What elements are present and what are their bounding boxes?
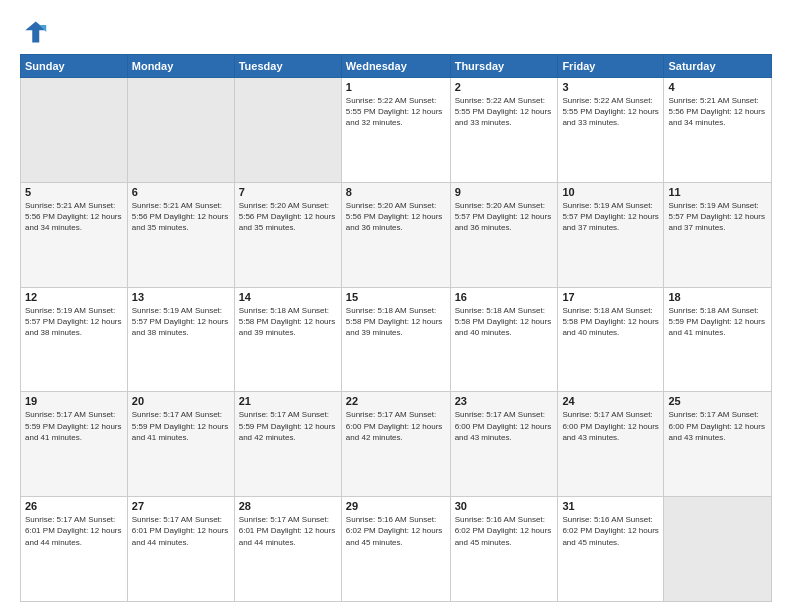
logo-icon — [20, 18, 48, 46]
cell-info: Sunrise: 5:16 AM Sunset: 6:02 PM Dayligh… — [346, 514, 446, 548]
day-number: 14 — [239, 291, 337, 303]
day-number: 19 — [25, 395, 123, 407]
day-number: 26 — [25, 500, 123, 512]
calendar-cell — [21, 78, 128, 183]
weekday-header: Tuesday — [234, 55, 341, 78]
cell-info: Sunrise: 5:17 AM Sunset: 6:01 PM Dayligh… — [25, 514, 123, 548]
weekday-header: Wednesday — [341, 55, 450, 78]
day-number: 6 — [132, 186, 230, 198]
calendar-cell — [234, 78, 341, 183]
cell-info: Sunrise: 5:18 AM Sunset: 5:59 PM Dayligh… — [668, 305, 767, 339]
calendar-cell: 2Sunrise: 5:22 AM Sunset: 5:55 PM Daylig… — [450, 78, 558, 183]
header — [20, 18, 772, 46]
page: SundayMondayTuesdayWednesdayThursdayFrid… — [0, 0, 792, 612]
cell-info: Sunrise: 5:18 AM Sunset: 5:58 PM Dayligh… — [562, 305, 659, 339]
calendar-cell: 3Sunrise: 5:22 AM Sunset: 5:55 PM Daylig… — [558, 78, 664, 183]
calendar-cell: 4Sunrise: 5:21 AM Sunset: 5:56 PM Daylig… — [664, 78, 772, 183]
calendar-cell: 29Sunrise: 5:16 AM Sunset: 6:02 PM Dayli… — [341, 497, 450, 602]
cell-info: Sunrise: 5:21 AM Sunset: 5:56 PM Dayligh… — [25, 200, 123, 234]
day-number: 29 — [346, 500, 446, 512]
day-number: 24 — [562, 395, 659, 407]
day-number: 21 — [239, 395, 337, 407]
day-number: 27 — [132, 500, 230, 512]
calendar-cell: 7Sunrise: 5:20 AM Sunset: 5:56 PM Daylig… — [234, 182, 341, 287]
day-number: 25 — [668, 395, 767, 407]
day-number: 30 — [455, 500, 554, 512]
cell-info: Sunrise: 5:17 AM Sunset: 5:59 PM Dayligh… — [132, 409, 230, 443]
calendar-week-row: 19Sunrise: 5:17 AM Sunset: 5:59 PM Dayli… — [21, 392, 772, 497]
cell-info: Sunrise: 5:22 AM Sunset: 5:55 PM Dayligh… — [346, 95, 446, 129]
calendar-cell: 19Sunrise: 5:17 AM Sunset: 5:59 PM Dayli… — [21, 392, 128, 497]
calendar-header-row: SundayMondayTuesdayWednesdayThursdayFrid… — [21, 55, 772, 78]
day-number: 3 — [562, 81, 659, 93]
calendar-cell: 11Sunrise: 5:19 AM Sunset: 5:57 PM Dayli… — [664, 182, 772, 287]
day-number: 20 — [132, 395, 230, 407]
calendar-cell: 25Sunrise: 5:17 AM Sunset: 6:00 PM Dayli… — [664, 392, 772, 497]
cell-info: Sunrise: 5:17 AM Sunset: 5:59 PM Dayligh… — [25, 409, 123, 443]
cell-info: Sunrise: 5:17 AM Sunset: 6:00 PM Dayligh… — [455, 409, 554, 443]
day-number: 13 — [132, 291, 230, 303]
weekday-header: Friday — [558, 55, 664, 78]
day-number: 17 — [562, 291, 659, 303]
cell-info: Sunrise: 5:16 AM Sunset: 6:02 PM Dayligh… — [455, 514, 554, 548]
cell-info: Sunrise: 5:20 AM Sunset: 5:57 PM Dayligh… — [455, 200, 554, 234]
cell-info: Sunrise: 5:17 AM Sunset: 6:00 PM Dayligh… — [562, 409, 659, 443]
calendar-cell: 14Sunrise: 5:18 AM Sunset: 5:58 PM Dayli… — [234, 287, 341, 392]
cell-info: Sunrise: 5:22 AM Sunset: 5:55 PM Dayligh… — [455, 95, 554, 129]
day-number: 5 — [25, 186, 123, 198]
cell-info: Sunrise: 5:17 AM Sunset: 5:59 PM Dayligh… — [239, 409, 337, 443]
cell-info: Sunrise: 5:18 AM Sunset: 5:58 PM Dayligh… — [346, 305, 446, 339]
day-number: 15 — [346, 291, 446, 303]
cell-info: Sunrise: 5:20 AM Sunset: 5:56 PM Dayligh… — [346, 200, 446, 234]
calendar-cell: 10Sunrise: 5:19 AM Sunset: 5:57 PM Dayli… — [558, 182, 664, 287]
weekday-header: Sunday — [21, 55, 128, 78]
cell-info: Sunrise: 5:16 AM Sunset: 6:02 PM Dayligh… — [562, 514, 659, 548]
cell-info: Sunrise: 5:17 AM Sunset: 6:01 PM Dayligh… — [239, 514, 337, 548]
calendar-cell: 30Sunrise: 5:16 AM Sunset: 6:02 PM Dayli… — [450, 497, 558, 602]
day-number: 8 — [346, 186, 446, 198]
calendar-cell: 24Sunrise: 5:17 AM Sunset: 6:00 PM Dayli… — [558, 392, 664, 497]
day-number: 7 — [239, 186, 337, 198]
calendar-cell: 1Sunrise: 5:22 AM Sunset: 5:55 PM Daylig… — [341, 78, 450, 183]
day-number: 11 — [668, 186, 767, 198]
calendar-cell — [127, 78, 234, 183]
weekday-header: Saturday — [664, 55, 772, 78]
calendar-cell: 20Sunrise: 5:17 AM Sunset: 5:59 PM Dayli… — [127, 392, 234, 497]
calendar-cell: 12Sunrise: 5:19 AM Sunset: 5:57 PM Dayli… — [21, 287, 128, 392]
cell-info: Sunrise: 5:19 AM Sunset: 5:57 PM Dayligh… — [562, 200, 659, 234]
calendar-cell: 13Sunrise: 5:19 AM Sunset: 5:57 PM Dayli… — [127, 287, 234, 392]
day-number: 28 — [239, 500, 337, 512]
cell-info: Sunrise: 5:22 AM Sunset: 5:55 PM Dayligh… — [562, 95, 659, 129]
calendar-body: 1Sunrise: 5:22 AM Sunset: 5:55 PM Daylig… — [21, 78, 772, 602]
calendar-cell: 9Sunrise: 5:20 AM Sunset: 5:57 PM Daylig… — [450, 182, 558, 287]
weekday-header: Monday — [127, 55, 234, 78]
calendar-cell: 6Sunrise: 5:21 AM Sunset: 5:56 PM Daylig… — [127, 182, 234, 287]
day-number: 4 — [668, 81, 767, 93]
day-number: 22 — [346, 395, 446, 407]
day-number: 18 — [668, 291, 767, 303]
calendar-cell: 18Sunrise: 5:18 AM Sunset: 5:59 PM Dayli… — [664, 287, 772, 392]
weekday-header: Thursday — [450, 55, 558, 78]
calendar-cell: 31Sunrise: 5:16 AM Sunset: 6:02 PM Dayli… — [558, 497, 664, 602]
day-number: 12 — [25, 291, 123, 303]
cell-info: Sunrise: 5:19 AM Sunset: 5:57 PM Dayligh… — [132, 305, 230, 339]
day-number: 23 — [455, 395, 554, 407]
cell-info: Sunrise: 5:21 AM Sunset: 5:56 PM Dayligh… — [132, 200, 230, 234]
day-number: 10 — [562, 186, 659, 198]
calendar-cell: 27Sunrise: 5:17 AM Sunset: 6:01 PM Dayli… — [127, 497, 234, 602]
cell-info: Sunrise: 5:17 AM Sunset: 6:00 PM Dayligh… — [668, 409, 767, 443]
cell-info: Sunrise: 5:17 AM Sunset: 6:01 PM Dayligh… — [132, 514, 230, 548]
cell-info: Sunrise: 5:21 AM Sunset: 5:56 PM Dayligh… — [668, 95, 767, 129]
day-number: 31 — [562, 500, 659, 512]
calendar-cell: 22Sunrise: 5:17 AM Sunset: 6:00 PM Dayli… — [341, 392, 450, 497]
day-number: 2 — [455, 81, 554, 93]
cell-info: Sunrise: 5:18 AM Sunset: 5:58 PM Dayligh… — [239, 305, 337, 339]
calendar-week-row: 26Sunrise: 5:17 AM Sunset: 6:01 PM Dayli… — [21, 497, 772, 602]
calendar-week-row: 1Sunrise: 5:22 AM Sunset: 5:55 PM Daylig… — [21, 78, 772, 183]
cell-info: Sunrise: 5:17 AM Sunset: 6:00 PM Dayligh… — [346, 409, 446, 443]
cell-info: Sunrise: 5:18 AM Sunset: 5:58 PM Dayligh… — [455, 305, 554, 339]
cell-info: Sunrise: 5:19 AM Sunset: 5:57 PM Dayligh… — [668, 200, 767, 234]
calendar-week-row: 12Sunrise: 5:19 AM Sunset: 5:57 PM Dayli… — [21, 287, 772, 392]
calendar-cell: 15Sunrise: 5:18 AM Sunset: 5:58 PM Dayli… — [341, 287, 450, 392]
day-number: 9 — [455, 186, 554, 198]
